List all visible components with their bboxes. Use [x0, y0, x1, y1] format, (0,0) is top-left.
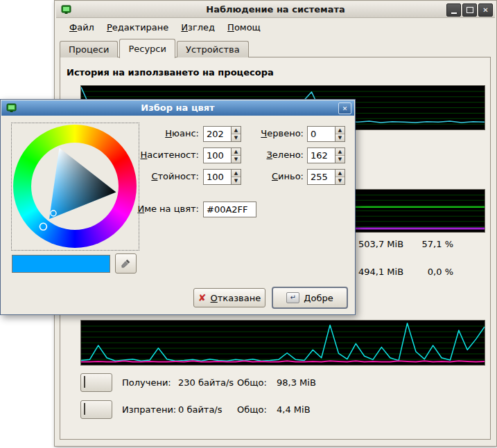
blue-input[interactable] — [308, 172, 335, 182]
maximize-button[interactable] — [462, 3, 477, 17]
red-spin-up-icon[interactable]: ▲ — [335, 127, 345, 134]
eyedropper-icon — [121, 258, 131, 269]
tabstrip: Процеси Ресурси Устройства — [60, 39, 250, 57]
sent-total-label: Общо: — [237, 404, 267, 415]
received-label: Получени: — [122, 377, 171, 388]
minimize-icon — [451, 12, 457, 14]
dialog-close-button[interactable]: ✕ — [338, 102, 351, 114]
swap-percent: 0,0 % — [405, 267, 453, 277]
memory-percent: 57,1 % — [405, 239, 453, 249]
network-history-chart — [80, 320, 485, 366]
menubar: Файл Редактиране Изглед Помощ — [59, 19, 267, 35]
eyedropper-button[interactable] — [115, 253, 137, 274]
received-total: 98,3 MiB — [277, 377, 316, 388]
main-titlebar[interactable]: Наблюдение на системата ✕ — [56, 2, 495, 18]
close-button[interactable]: ✕ — [478, 3, 493, 17]
green-label: Зелено: — [245, 150, 304, 160]
value-spin-down-icon[interactable]: ▼ — [232, 177, 241, 184]
blue-spinner[interactable]: ▲▼ — [307, 169, 345, 185]
red-spinner[interactable]: ▲▼ — [307, 126, 345, 142]
hue-marker[interactable] — [40, 223, 46, 230]
cancel-button-label: Отказване — [211, 293, 261, 303]
sent-color-button[interactable] — [80, 400, 112, 419]
saturation-input[interactable] — [204, 150, 231, 161]
hue-ring[interactable] — [13, 125, 137, 248]
window-controls: ✕ — [446, 3, 493, 17]
received-total-label: Общо: — [237, 377, 267, 388]
menu-edit[interactable]: Редактиране — [101, 21, 175, 34]
value-label: Стойност: — [137, 171, 199, 181]
menu-help[interactable]: Помощ — [221, 21, 267, 34]
memory-amount: 503,7 MiB — [358, 239, 403, 249]
color-picker-dialog: Избор на цвят ✕ — [0, 99, 356, 315]
window-title: Наблюдение на системата — [56, 4, 495, 15]
close-icon: ✕ — [482, 7, 488, 14]
ok-button-label: Добре — [304, 293, 333, 303]
cancel-icon: ✘ — [198, 293, 207, 303]
red-input[interactable] — [308, 129, 335, 139]
ok-icon: ↵ — [286, 292, 299, 303]
saturation-spin-down-icon[interactable]: ▼ — [232, 155, 241, 163]
dialog-close-icon: ✕ — [342, 105, 348, 112]
cpu-section-title: История на използването на процесора — [67, 67, 274, 78]
saturation-spin-up-icon[interactable]: ▲ — [232, 148, 241, 155]
cancel-button[interactable]: ✘ Отказване — [193, 288, 265, 307]
sent-color-swatch — [84, 403, 85, 415]
green-spinner[interactable]: ▲▼ — [307, 147, 345, 163]
swap-amount: 494,1 MiB — [358, 267, 403, 277]
green-input[interactable] — [308, 150, 335, 161]
blue-spin-up-icon[interactable]: ▲ — [335, 170, 345, 177]
saturation-label: Наситеност: — [137, 150, 199, 160]
color-name-input[interactable] — [204, 204, 256, 215]
desktop: Наблюдение на системата ✕ Файл Редактира… — [0, 0, 497, 448]
value-spinner[interactable]: ▲▼ — [203, 169, 241, 185]
minimize-button[interactable] — [446, 3, 461, 17]
dialog-titlebar[interactable]: Избор на цвят ✕ — [1, 100, 354, 116]
received-color-swatch — [84, 376, 85, 388]
hue-label: Нюанс: — [137, 128, 199, 138]
blue-spin-down-icon[interactable]: ▼ — [335, 177, 345, 184]
color-preview — [12, 255, 110, 273]
sent-label: Изпратени: — [122, 404, 176, 415]
hue-input[interactable] — [204, 129, 231, 139]
sent-rate: 0 байта/s — [178, 404, 223, 415]
dialog-title: Избор на цвят — [1, 102, 354, 113]
hue-spin-up-icon[interactable]: ▲ — [232, 127, 241, 134]
red-label: Червено: — [245, 128, 304, 138]
maximize-icon — [467, 7, 473, 13]
blue-label: Синьо: — [245, 171, 304, 181]
tab-devices[interactable]: Устройства — [177, 41, 249, 57]
color-name-entry[interactable] — [203, 201, 256, 217]
red-spin-down-icon[interactable]: ▼ — [335, 134, 345, 141]
value-spin-up-icon[interactable]: ▲ — [232, 170, 241, 177]
hue-spinner[interactable]: ▲▼ — [203, 126, 241, 142]
menu-file[interactable]: Файл — [63, 21, 101, 34]
color-name-label: Име на цвят: — [137, 204, 199, 214]
green-spin-down-icon[interactable]: ▼ — [335, 155, 345, 163]
hue-spin-down-icon[interactable]: ▼ — [232, 134, 241, 141]
ok-button[interactable]: ↵ Добре — [272, 287, 348, 309]
color-wheel-focus-frame — [11, 123, 139, 251]
saturation-value-triangle[interactable] — [13, 125, 137, 248]
received-rate: 230 байта/s — [178, 377, 234, 388]
tab-resources[interactable]: Ресурси — [119, 39, 175, 58]
green-spin-up-icon[interactable]: ▲ — [335, 148, 345, 155]
value-input[interactable] — [204, 172, 231, 182]
saturation-spinner[interactable]: ▲▼ — [203, 147, 241, 163]
sent-total: 4,4 MiB — [277, 404, 311, 415]
received-color-button[interactable] — [80, 373, 112, 392]
tab-processes[interactable]: Процеси — [60, 41, 118, 57]
menu-view[interactable]: Изглед — [175, 21, 221, 34]
